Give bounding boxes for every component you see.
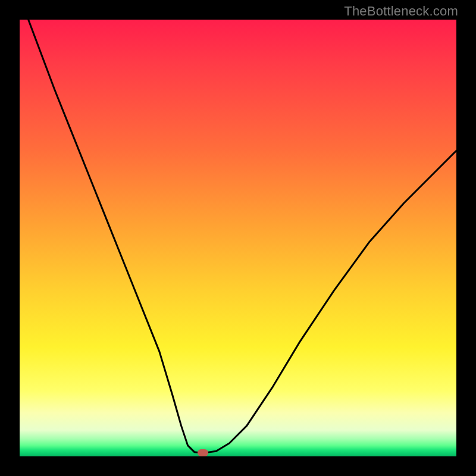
plot-area	[20, 20, 456, 456]
watermark-text: TheBottleneck.com	[344, 4, 458, 19]
optimum-marker	[198, 449, 208, 456]
curve-layer	[20, 20, 456, 456]
bottleneck-curve	[29, 20, 456, 453]
chart-frame: TheBottleneck.com	[0, 0, 476, 476]
